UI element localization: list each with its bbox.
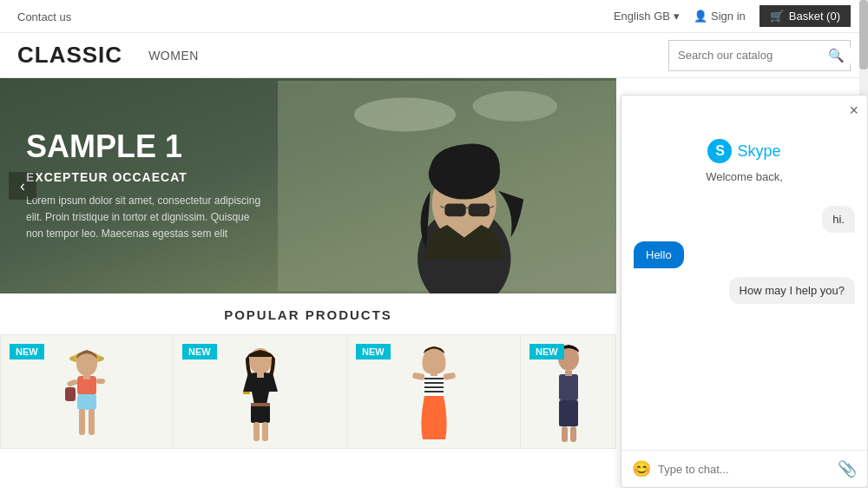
chat-brand: S Skype Welcome back, <box>621 122 867 197</box>
nav-left: CLASSIC WOMEN <box>17 42 199 69</box>
search-box: 🔍 <box>668 40 851 71</box>
message-hi: hi. <box>822 206 855 233</box>
nav-menu: WOMEN <box>148 49 199 63</box>
svg-rect-18 <box>83 374 90 379</box>
search-button[interactable]: 🔍 <box>821 48 852 63</box>
sign-in-label: Sign in <box>711 10 746 23</box>
dropdown-arrow-icon: ▾ <box>674 10 680 23</box>
svg-rect-24 <box>67 379 78 387</box>
svg-point-1 <box>353 97 455 131</box>
sign-in-button[interactable]: 👤 Sign in <box>694 10 746 23</box>
user-icon: 👤 <box>694 10 707 23</box>
skype-logo: S Skype <box>707 139 780 163</box>
svg-rect-28 <box>251 404 270 423</box>
svg-rect-40 <box>411 373 424 380</box>
svg-rect-39 <box>431 371 437 376</box>
svg-rect-46 <box>562 426 568 442</box>
skype-label: Skype <box>737 142 780 161</box>
basket-button[interactable]: 🛒 Basket (0) <box>760 5 851 27</box>
product-person-svg-3 <box>404 340 464 444</box>
new-badge-3: NEW <box>356 344 391 359</box>
svg-rect-7 <box>444 204 465 217</box>
product-person-svg-1 <box>56 340 117 444</box>
svg-rect-34 <box>424 374 444 396</box>
welcome-text: Welcome back, <box>706 170 783 183</box>
svg-rect-32 <box>243 392 250 394</box>
top-bar: Contact us English GB ▾ 👤 Sign in 🛒 Bask… <box>0 0 868 33</box>
svg-rect-43 <box>559 374 578 400</box>
hero-slide-title: SAMPLE 1 <box>26 129 269 165</box>
language-label: English GB <box>614 10 670 23</box>
svg-point-2 <box>472 91 557 122</box>
hero-slide-body: Lorem ipsum dolor sit amet, consectetur … <box>26 193 269 243</box>
svg-rect-19 <box>77 394 96 410</box>
svg-rect-21 <box>89 409 95 435</box>
nav-item-women[interactable]: WOMEN <box>148 49 199 63</box>
message-hello: Hello <box>634 241 684 268</box>
scrollbar-thumb[interactable] <box>859 0 868 69</box>
product-card-2[interactable]: NEW <box>174 334 347 449</box>
cart-icon: 🛒 <box>770 10 784 23</box>
brand-logo: CLASSIC <box>17 42 122 69</box>
nav-bar: CLASSIC WOMEN 🔍 <box>0 33 868 78</box>
svg-rect-31 <box>251 403 270 406</box>
chat-widget: × S Skype Welcome back, hi. Hello How ma… <box>621 95 868 488</box>
message-how: How may I help you? <box>729 277 855 304</box>
hero-prev-button[interactable]: ‹ <box>9 172 36 200</box>
svg-rect-20 <box>79 409 85 435</box>
hero-slide-subtitle: EXCEPTEUR OCCAECAT <box>26 170 269 184</box>
svg-rect-25 <box>96 379 105 384</box>
new-badge-1: NEW <box>10 344 44 359</box>
svg-rect-44 <box>565 371 572 376</box>
store-section: SAMPLE 1 EXCEPTEUR OCCAECAT Lorem ipsum … <box>0 78 616 458</box>
top-bar-left: Contact us <box>17 9 71 24</box>
hero-banner: SAMPLE 1 EXCEPTEUR OCCAECAT Lorem ipsum … <box>0 78 616 293</box>
search-input[interactable] <box>669 41 821 70</box>
contact-us-link[interactable]: Contact us <box>17 10 71 23</box>
product-card-1[interactable]: NEW <box>0 334 174 449</box>
chevron-left-icon: ‹ <box>20 177 25 195</box>
language-selector[interactable]: English GB ▾ <box>614 10 680 23</box>
svg-rect-45 <box>559 400 578 426</box>
hero-person-area <box>278 78 617 293</box>
svg-rect-29 <box>253 422 260 441</box>
chat-header: × <box>621 96 867 122</box>
popular-products-title: POPULAR PRODUCTS <box>0 307 616 322</box>
product-card-4[interactable]: NEW <box>521 334 616 449</box>
search-icon: 🔍 <box>828 48 845 63</box>
new-badge-2: NEW <box>182 344 217 359</box>
svg-rect-22 <box>65 387 76 401</box>
svg-rect-27 <box>257 373 264 378</box>
chat-close-button[interactable]: × <box>849 102 858 118</box>
chat-messages: hi. Hello How may I help you? <box>621 197 867 450</box>
emoji-button[interactable]: 😊 <box>632 459 651 478</box>
svg-rect-8 <box>468 204 489 217</box>
basket-label: Basket (0) <box>789 10 840 23</box>
svg-rect-41 <box>443 373 456 380</box>
top-bar-right: English GB ▾ 👤 Sign in 🛒 Basket (0) <box>614 5 851 27</box>
svg-rect-47 <box>570 426 576 442</box>
new-badge-4: NEW <box>529 344 564 359</box>
hero-text-block: SAMPLE 1 EXCEPTEUR OCCAECAT Lorem ipsum … <box>26 129 269 243</box>
attach-button[interactable]: 📎 <box>838 459 857 478</box>
product-card-3[interactable]: NEW <box>347 334 521 449</box>
chat-input-area: 😊 📎 <box>621 450 867 487</box>
svg-rect-30 <box>262 422 268 441</box>
skype-icon: S <box>707 139 732 163</box>
popular-products-section: POPULAR PRODUCTS NEW <box>0 293 616 458</box>
product-person-svg-2 <box>230 340 291 444</box>
chat-input[interactable] <box>658 463 831 476</box>
products-row: NEW <box>0 334 616 449</box>
hero-woman-svg <box>278 78 617 293</box>
